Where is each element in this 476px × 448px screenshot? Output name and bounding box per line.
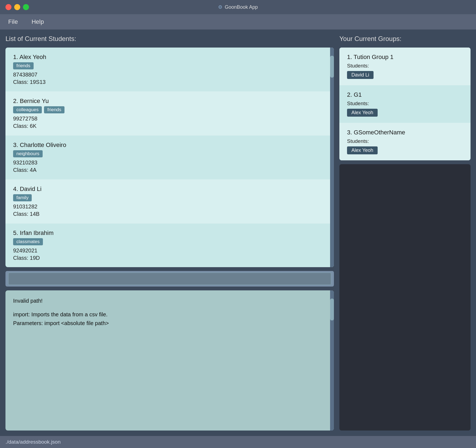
group-students-label: Students: xyxy=(347,101,463,107)
app-title-text: GoonBook App xyxy=(225,4,258,10)
groups-section-title: Your Current Groups: xyxy=(339,35,471,43)
student-name: 1. Alex Yeoh xyxy=(13,54,326,61)
students-list-wrapper: 1. Alex Yeoh friends 87438807 Class: 19S… xyxy=(5,48,334,267)
group-name: 2. G1 xyxy=(347,91,463,98)
command-input[interactable] xyxy=(8,273,331,285)
tag-friends: friends xyxy=(13,62,34,69)
student-tags: classmates xyxy=(13,238,326,245)
status-text: ./data/addressbook.json xyxy=(5,439,61,445)
output-wrapper: Invalid path! import: Imports the data f… xyxy=(5,290,334,431)
right-panel: Your Current Groups: 1. Tution Group 1 S… xyxy=(339,35,471,431)
group-name: 3. GSomeOtherName xyxy=(347,129,463,136)
tag-family: family xyxy=(13,194,32,201)
close-button[interactable] xyxy=(5,4,11,10)
students-section-title: List of Current Students: xyxy=(5,35,334,43)
traffic-lights xyxy=(5,4,29,10)
student-name: 3. Charlotte Oliveiro xyxy=(13,142,326,149)
scrollbar[interactable] xyxy=(330,48,334,267)
app-icon: ⚙ xyxy=(218,4,222,10)
student-class: Class: 19S13 xyxy=(13,79,326,85)
tag-friends: friends xyxy=(44,106,64,113)
list-item[interactable]: 2. G1 Students: Alex Yeoh xyxy=(339,85,471,123)
menu-file[interactable]: File xyxy=(5,17,20,27)
student-name: 4. David Li xyxy=(13,185,326,193)
student-class: Class: 14B xyxy=(13,211,326,217)
group-student-tag[interactable]: Alex Yeoh xyxy=(347,146,378,154)
tag-neighbours: neighbours xyxy=(13,150,43,157)
student-phone: 87438807 xyxy=(13,72,326,78)
list-item[interactable]: 1. Tution Group 1 Students: David Li xyxy=(339,48,471,85)
tag-colleagues: colleagues xyxy=(13,106,42,113)
student-phone: 99272758 xyxy=(13,116,326,122)
student-name: 5. Irfan Ibrahim xyxy=(13,229,326,237)
output-scrollbar[interactable] xyxy=(330,290,334,431)
output-line3: import: Imports the data from a csv file… xyxy=(13,310,326,319)
table-row[interactable]: 3. Charlotte Oliveiro neighbours 9321028… xyxy=(5,135,334,179)
group-students-label: Students: xyxy=(347,138,463,144)
student-tags: colleagues friends xyxy=(13,106,326,113)
main-content: List of Current Students: 1. Alex Yeoh f… xyxy=(0,30,476,436)
minimize-button[interactable] xyxy=(14,4,20,10)
list-item[interactable]: 3. GSomeOtherName Students: Alex Yeoh xyxy=(339,123,471,160)
output-line4: Parameters: import <absolute file path> xyxy=(13,319,326,328)
table-row[interactable]: 5. Irfan Ibrahim classmates 92492021 Cla… xyxy=(5,223,334,267)
output-area: Invalid path! import: Imports the data f… xyxy=(5,290,334,431)
group-name: 1. Tution Group 1 xyxy=(347,54,463,61)
app-title: ⚙ GoonBook App xyxy=(218,4,258,10)
group-student-tag[interactable]: David Li xyxy=(347,71,374,79)
student-tags: friends xyxy=(13,62,326,69)
student-name: 2. Bernice Yu xyxy=(13,98,326,105)
student-phone: 93210283 xyxy=(13,160,326,166)
student-phone: 92492021 xyxy=(13,247,326,254)
table-row[interactable]: 1. Alex Yeoh friends 87438807 Class: 19S… xyxy=(5,48,334,92)
maximize-button[interactable] xyxy=(23,4,29,10)
table-row[interactable]: 2. Bernice Yu colleagues friends 9927275… xyxy=(5,92,334,135)
output-scrollbar-thumb[interactable] xyxy=(330,299,334,320)
left-panel: List of Current Students: 1. Alex Yeoh f… xyxy=(5,35,334,431)
student-class: Class: 19D xyxy=(13,255,326,261)
student-class: Class: 6K xyxy=(13,123,326,129)
tag-classmates: classmates xyxy=(13,238,43,245)
table-row[interactable]: 4. David Li family 91031282 Class: 14B xyxy=(5,179,334,223)
groups-list: 1. Tution Group 1 Students: David Li 2. … xyxy=(339,48,471,160)
group-student-tag[interactable]: Alex Yeoh xyxy=(347,109,378,117)
student-tags: neighbours xyxy=(13,150,326,157)
status-bar: ./data/addressbook.json xyxy=(0,436,476,448)
right-dark-area xyxy=(339,164,471,431)
title-bar: ⚙ GoonBook App xyxy=(0,0,476,14)
output-line1: Invalid path! xyxy=(13,296,326,305)
student-list: 1. Alex Yeoh friends 87438807 Class: 19S… xyxy=(5,48,334,267)
group-students-label: Students: xyxy=(347,63,463,69)
student-phone: 91031282 xyxy=(13,204,326,210)
student-tags: family xyxy=(13,194,326,201)
menu-bar: File Help xyxy=(0,14,476,30)
student-class: Class: 4A xyxy=(13,167,326,173)
command-input-wrapper xyxy=(5,271,334,287)
menu-help[interactable]: Help xyxy=(29,17,46,27)
scrollbar-thumb[interactable] xyxy=(330,56,334,78)
